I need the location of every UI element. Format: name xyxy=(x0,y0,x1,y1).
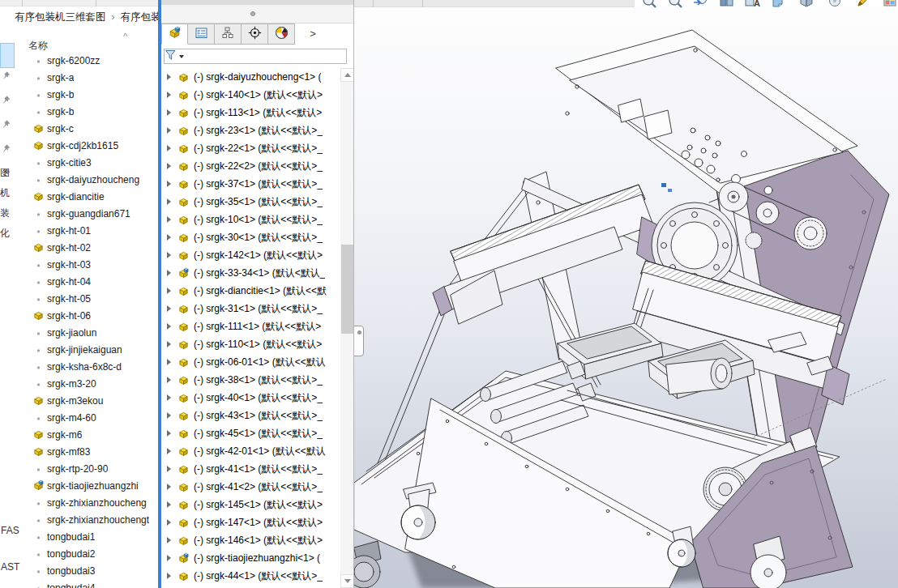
expand-arrow-icon[interactable] xyxy=(167,537,171,543)
tab-propertymanager[interactable] xyxy=(188,23,215,45)
feature-tree-item[interactable]: (-) srgk-diancitie<1> (默认<<默 xyxy=(161,282,340,300)
breadcrumb[interactable]: 有序包装机三维套图›有序包装机三维套图 xyxy=(15,11,159,25)
expand-arrow-icon[interactable] xyxy=(167,181,171,187)
file-list-item[interactable]: srgk-m4-60 xyxy=(0,409,159,426)
expand-arrow-icon[interactable] xyxy=(167,430,171,437)
file-list-item[interactable]: srgk-b xyxy=(0,103,159,120)
tree-scrollbar[interactable] xyxy=(340,68,354,588)
file-list-item[interactable]: srgk-mf83 xyxy=(0,443,159,460)
tab-configurationmanager[interactable] xyxy=(215,23,242,45)
feature-tree-item[interactable]: (-) srgk-110<1> (默认<<默认> xyxy=(161,335,340,353)
expand-arrow-icon[interactable] xyxy=(167,252,171,258)
file-list-item[interactable]: srgk-rtp-20-90 xyxy=(0,460,159,477)
file-list-item[interactable]: srgk-jinjiekaiguan xyxy=(0,341,159,358)
file-list-item[interactable]: srgk-c xyxy=(0,120,159,137)
viewport-splitter-handle[interactable] xyxy=(354,326,364,356)
feature-tree-item[interactable]: (-) srgk-113<1> (默认<<默认> xyxy=(161,104,340,121)
expand-arrow-icon[interactable] xyxy=(167,109,171,116)
feature-tree-item[interactable]: (-) srgk-33-34<1> (默认<默认_ xyxy=(161,264,340,282)
feature-tree-item[interactable]: (-) srgk-30<1> (默认<<默认>_ xyxy=(161,228,340,246)
feature-tree-item[interactable]: (-) srgk-23<1> (默认<<默认>_ xyxy=(161,121,340,139)
file-list-item[interactable]: tongbudai4 xyxy=(0,579,159,588)
feature-tree-item[interactable]: (-) srgk-41<1> (默认<<默认>_ xyxy=(161,460,340,478)
file-list-item[interactable]: srgk-a xyxy=(0,69,159,86)
file-list-item[interactable]: srgk-b xyxy=(0,86,159,103)
expand-arrow-icon[interactable] xyxy=(167,270,171,276)
graphics-viewport[interactable]: A xyxy=(354,0,898,588)
feature-tree-item[interactable]: (-) srgk-37<1> (默认<<默认>_ xyxy=(161,175,340,193)
tab-featuremanager[interactable] xyxy=(161,23,188,45)
breadcrumb-subfolder[interactable]: 有序包装机三维套图 xyxy=(121,11,160,23)
file-list-item[interactable]: srgk-m6 xyxy=(0,426,159,443)
file-list-item[interactable]: srgk-cdj2kb1615 xyxy=(0,137,159,154)
breadcrumb-folder[interactable]: 有序包装机三维套图 xyxy=(15,11,106,23)
file-list-item[interactable]: srgk-tiaojiezhuangzhi xyxy=(0,477,159,494)
feature-tree-item[interactable]: (-) srgk-22<1> (默认<<默认>_ xyxy=(161,139,340,157)
expand-arrow-icon[interactable] xyxy=(167,127,171,134)
file-list-item[interactable]: srgk-m3-20 xyxy=(0,375,159,392)
file-list-item[interactable]: srgk-ht-01 xyxy=(0,222,159,239)
expand-arrow-icon[interactable] xyxy=(167,74,171,80)
expand-arrow-icon[interactable] xyxy=(167,288,171,294)
scroll-down-button[interactable] xyxy=(340,574,354,588)
feature-tree-item[interactable]: (-) srgk-22<2> (默认<<默认>_ xyxy=(161,157,340,175)
expand-arrow-icon[interactable] xyxy=(167,305,171,312)
expand-arrow-icon[interactable] xyxy=(167,519,171,526)
file-list-item[interactable]: srgk-ht-05 xyxy=(0,290,159,307)
tree-filter[interactable] xyxy=(164,49,347,64)
expand-arrow-icon[interactable] xyxy=(167,394,171,401)
scroll-up-button[interactable] xyxy=(340,68,354,82)
tab-dimxpertmanager[interactable] xyxy=(242,23,268,45)
tabs-overflow-chevron[interactable]: > xyxy=(306,25,319,43)
expand-arrow-icon[interactable] xyxy=(167,412,171,419)
file-list-item[interactable]: srgk-m3ekou xyxy=(0,392,159,409)
feature-tree-item[interactable]: (-) srgk-147<1> (默认<<默认> xyxy=(161,513,340,531)
feature-tree-item[interactable]: (-) srgk-40<1> (默认<<默认>_ xyxy=(161,389,340,407)
feature-tree-item[interactable]: (-) srgk-142<1> (默认<<默认> xyxy=(161,246,340,264)
feature-tree-item[interactable]: (-) srgk-10<1> (默认<<默认>_ xyxy=(161,211,340,228)
file-list-item[interactable]: srgk-zhixianzhouchengt xyxy=(0,511,159,528)
expand-arrow-icon[interactable] xyxy=(167,448,171,454)
expand-arrow-icon[interactable] xyxy=(167,359,171,365)
file-list-item[interactable]: srgk-citie3 xyxy=(0,154,159,171)
expand-arrow-icon[interactable] xyxy=(167,484,171,490)
file-list-item[interactable]: tongbudai2 xyxy=(0,545,159,562)
feature-tree-item[interactable]: (-) srgk-35<1> (默认<<默认>_ xyxy=(161,193,340,211)
panel-splitter-bar[interactable] xyxy=(161,5,354,23)
expand-arrow-icon[interactable] xyxy=(167,341,171,347)
expand-arrow-icon[interactable] xyxy=(167,234,171,241)
column-header-name[interactable]: 名称 xyxy=(28,39,48,53)
machine-3d-model[interactable] xyxy=(354,0,898,588)
expand-arrow-icon[interactable] xyxy=(167,573,171,579)
feature-tree-item[interactable]: (-) srgk-41<2> (默认<<默认>_ xyxy=(161,478,340,496)
sort-indicator-icon[interactable]: ^ xyxy=(123,32,127,41)
feature-tree-item[interactable]: (-) srgk-42-01<1> (默认<<默认 xyxy=(161,442,340,460)
expand-arrow-icon[interactable] xyxy=(167,198,171,205)
expand-arrow-icon[interactable] xyxy=(167,323,171,330)
expand-arrow-icon[interactable] xyxy=(167,466,171,472)
expand-arrow-icon[interactable] xyxy=(167,92,171,98)
expand-arrow-icon[interactable] xyxy=(167,216,171,223)
tab-displaymanager[interactable] xyxy=(268,23,295,45)
feature-tree-item[interactable]: (-) srgk-tiaojiezhuangzhi<1> ( xyxy=(161,549,340,567)
feature-tree-item[interactable]: (-) srgk-44<1> (默认<<默认>_ xyxy=(161,567,340,585)
file-list-item[interactable]: srgk-ksha-6x8c-d xyxy=(0,358,159,375)
file-list-item[interactable]: srgk-daiyuzhoucheng xyxy=(0,171,159,188)
expand-arrow-icon[interactable] xyxy=(167,163,171,169)
feature-tree-item[interactable]: (-) srgk-daiyuzhoucheng<1> ( xyxy=(161,68,340,86)
feature-tree-item[interactable] xyxy=(161,585,340,588)
file-list-item[interactable]: srgk-6200zz xyxy=(0,52,159,69)
file-list-item[interactable]: srgk-ht-02 xyxy=(0,239,159,256)
file-list-item[interactable]: srgk-ht-03 xyxy=(0,256,159,273)
feature-tree-item[interactable]: (-) srgk-43<1> (默认<<默认>_ xyxy=(161,407,340,424)
expand-arrow-icon[interactable] xyxy=(167,145,171,151)
file-list-item[interactable]: srgk-guangdian671 xyxy=(0,205,159,222)
feature-tree-item[interactable]: (-) srgk-146<1> (默认<<默认> xyxy=(161,531,340,549)
feature-tree-item[interactable]: (-) srgk-06-01<1> (默认<<默认 xyxy=(161,353,340,371)
file-list-item[interactable]: srgk-zhixianzhoucheng xyxy=(0,494,159,511)
file-list-item[interactable]: tongbudai1 xyxy=(0,528,159,545)
file-list-item[interactable]: srgk-ht-06 xyxy=(0,307,159,324)
feature-tree-item[interactable]: (-) srgk-145<1> (默认<<默认> xyxy=(161,496,340,513)
feature-tree-item[interactable]: (-) srgk-38<1> (默认<<默认>_ xyxy=(161,371,340,389)
feature-tree-item[interactable]: (-) srgk-31<1> (默认<<默认>_ xyxy=(161,300,340,317)
